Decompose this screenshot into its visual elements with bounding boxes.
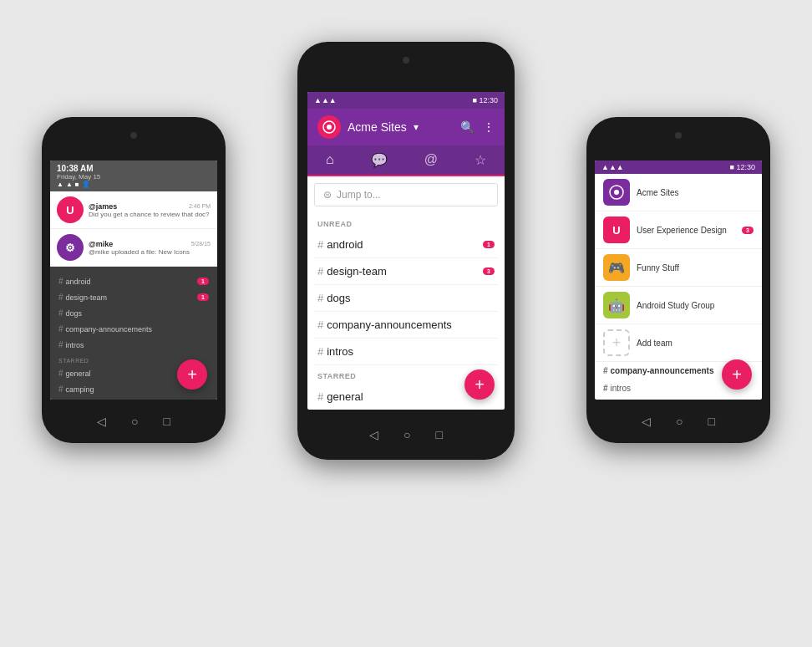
android-team-avatar: 🤖 [603,292,630,318]
phone-right: ▲▲▲ ■ 12:30 Acme Sites U [586,117,770,443]
center-fab[interactable]: + [464,369,495,400]
design-team-badge: 1 [197,293,209,301]
search-placeholder: Jump to... [337,189,381,201]
recents-icon-center[interactable]: □ [436,428,443,441]
team-android[interactable]: 🤖 Android Study Group [595,287,762,324]
phone-center: ▲▲▲ ■ 12:30 Acme Sites ▾ 🔍 ⋮ [297,42,515,460]
left-channel-design-team[interactable]: #design-team 1 [50,289,217,305]
left-time: 10:38 AM [57,164,211,173]
unread-section-header: UNREAD [314,213,498,232]
home-icon-right[interactable]: ○ [676,415,683,428]
phone-right-screen: ▲▲▲ ■ 12:30 Acme Sites U [595,160,762,400]
center-channel-dogs[interactable]: #dogs [314,285,498,312]
notification-james[interactable]: U @james 2:46 PM Did you get a chance to… [50,191,217,229]
ux-team-avatar: U [603,217,630,243]
channel-label: general [327,390,363,403]
channel-label: camping [66,385,94,394]
james-name: @james [89,202,117,211]
mike-time: 5/28/15 [191,241,211,247]
left-channel-dogs[interactable]: #dogs [50,305,217,321]
android-team-name: Android Study Group [637,301,754,310]
left-status-icons: ▲ ▲ ■ 👤 [57,181,211,188]
dropdown-icon[interactable]: ▾ [414,121,419,133]
user-icon: 👤 [82,181,90,188]
back-icon-center[interactable]: ◁ [369,428,378,441]
james-notif-text: @james 2:46 PM Did you get a chance to r… [89,202,211,218]
channel-label: dogs [66,309,83,318]
ux-team-badge: 3 [742,227,754,234]
center-battery-time: ■ 12:30 [473,96,498,104]
mike-notif-text: @mike 5/28/15 @mike uploaded a file: New… [89,240,211,256]
left-channel-company[interactable]: #company-announcements [50,321,217,337]
camera-center [403,57,409,64]
right-fab[interactable]: + [722,359,752,390]
channel-label: design-team [327,265,387,278]
left-home-bar: ◁ ○ □ [42,400,226,443]
camera-right [675,132,682,139]
team-acme[interactable]: Acme Sites [595,174,762,211]
add-team-label: Add team [637,339,754,348]
james-avatar: U [57,196,84,223]
phone-left-screen: 10:38 AM Friday, May 15 ▲ ▲ ■ 👤 U @james… [50,160,217,400]
funny-team-name: Funny Stuff [637,263,754,273]
camera-left [130,132,137,139]
android-badge: 1 [197,278,209,285]
left-channel-intros[interactable]: #intros [50,337,217,353]
ux-team-name: User Experience Design [637,226,735,235]
team-funny[interactable]: 🎮 Funny Stuff [595,249,762,287]
search-bar[interactable]: ⊜ Jump to... [314,183,498,206]
mike-avatar: ⚙ [57,234,84,261]
tab-starred[interactable]: ☆ [469,150,491,170]
recents-icon[interactable]: □ [164,415,170,428]
center-channel-design-team[interactable]: #design-team 3 [314,258,498,285]
design-team-badge-center: 3 [483,267,495,275]
channel-label: dogs [327,292,350,304]
tab-messages[interactable]: 💬 [366,150,393,170]
android-badge-center: 1 [483,241,495,248]
funny-team-avatar: 🎮 [603,254,630,281]
battery-icon: ■ [75,181,79,188]
tab-mentions[interactable]: @ [419,150,443,170]
acme-team-icon [609,185,624,200]
back-icon[interactable]: ◁ [97,415,106,428]
back-icon-right[interactable]: ◁ [642,415,651,428]
tab-home[interactable]: ⌂ [321,150,339,170]
channel-label: company-announcements [611,366,714,375]
right-battery-time: ■ 12:30 [730,163,755,171]
more-icon[interactable]: ⋮ [483,120,495,134]
channel-label: company-announcements [66,325,153,334]
acme-team-avatar [603,179,630,206]
channel-label: intros [66,341,84,349]
channel-label: intros [611,384,631,393]
left-status-bar: 10:38 AM Friday, May 15 ▲ ▲ ■ 👤 [50,160,217,191]
center-signal: ▲▲▲ [314,96,337,104]
phone-center-screen: ▲▲▲ ■ 12:30 Acme Sites ▾ 🔍 ⋮ [307,92,505,410]
channel-label: design-team [66,293,108,302]
header-title: Acme Sites [348,120,407,134]
center-header: Acme Sites ▾ 🔍 ⋮ [307,109,505,145]
left-channel-android[interactable]: #android 1 [50,273,217,289]
home-icon-center[interactable]: ○ [403,428,410,441]
channel-label: android [66,278,91,286]
center-channel-android[interactable]: #android 1 [314,232,498,258]
mike-name: @mike [89,240,113,248]
team-ux[interactable]: U User Experience Design 3 [595,211,762,249]
add-team-icon: + [603,329,630,356]
add-team-button[interactable]: + Add team [595,324,762,362]
notification-mike[interactable]: ⚙ @mike 5/28/15 @mike uploaded a file: N… [50,229,217,267]
center-status-bar: ▲▲▲ ■ 12:30 [307,92,505,109]
svg-point-3 [614,190,619,195]
right-home-bar: ◁ ○ □ [586,400,770,443]
center-home-bar: ◁ ○ □ [297,410,515,460]
acme-logo-icon [322,120,336,134]
center-channel-company[interactable]: #company-announcements [314,312,498,339]
center-channel-intros[interactable]: #intros [314,339,498,365]
acme-team-name: Acme Sites [637,188,754,197]
home-icon[interactable]: ○ [131,415,138,428]
search-bar-icon: ⊜ [323,189,332,201]
channel-label: company-announcements [327,318,452,331]
left-fab[interactable]: + [177,359,207,390]
search-icon[interactable]: 🔍 [460,120,475,134]
recents-icon-right[interactable]: □ [708,415,715,428]
channel-label: android [327,238,363,251]
